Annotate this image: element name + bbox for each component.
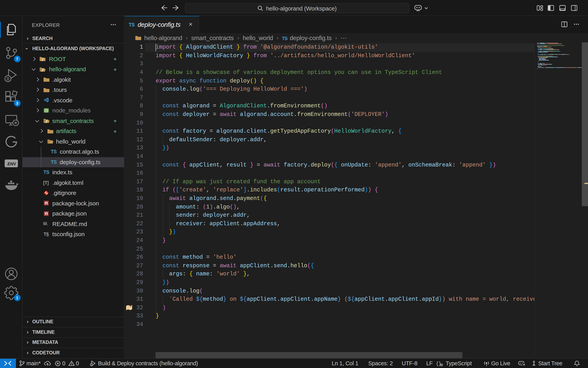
svg-text:{}: {} (436, 361, 441, 366)
svg-text:.ENV: .ENV (6, 162, 16, 166)
